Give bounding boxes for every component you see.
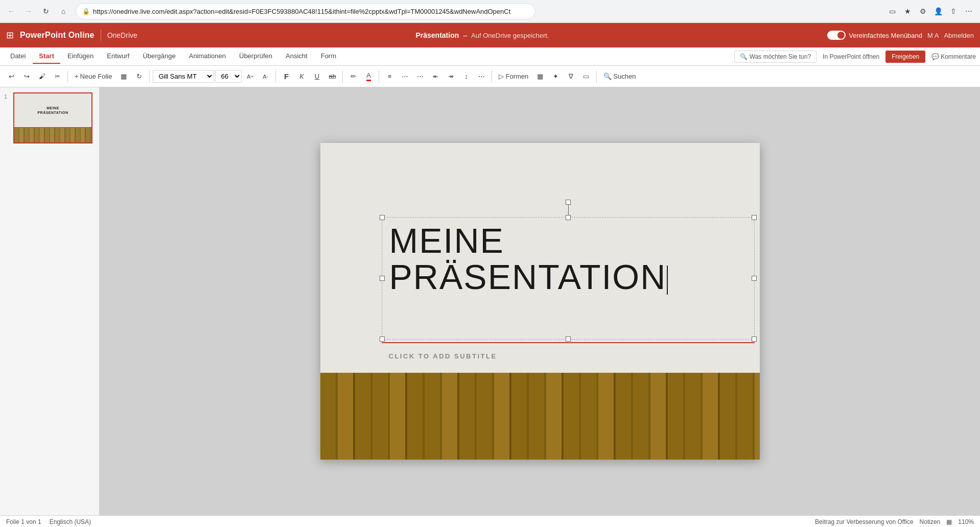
handle-br[interactable] [752,337,757,342]
font-family-select[interactable]: Gill Sans MT [153,70,214,83]
notes-button[interactable]: Notizen [920,518,941,525]
search-button[interactable]: 🔍 Suchen [600,70,639,83]
ribbon-search[interactable]: 🔍 Was möchten Sie tun? [734,51,816,63]
tab-datei[interactable]: Datei [4,49,32,64]
browser-actions: ▭ ★ ⚙ 👤 ⇧ ⋯ [885,4,976,18]
status-right: Beitrag zur Verbesserung von Office Noti… [815,518,974,525]
more-options-button[interactable]: ⋯ [474,69,488,84]
title-separator: – [463,31,467,39]
toggle-switch[interactable] [827,31,846,40]
font-color-button[interactable]: A [361,69,376,84]
format-painter-button[interactable]: 🖌 [35,69,49,84]
slide-thumbnail[interactable]: MEINE PRÄSENTATION [13,92,92,143]
slide-workspace[interactable]: MEINE PRÄSENTATION CLICK TO ADD SUBTITLE [100,87,980,515]
decrease-font-button[interactable]: A- [258,69,272,84]
ribbon-tabs-bar: Datei Start Einfügen Entwurf Übergänge A… [0,47,980,66]
simplified-menu-toggle[interactable]: Vereinfachtes Menüband [827,31,922,40]
shapes-button[interactable]: ▷ Formen [495,70,532,83]
reload-button[interactable]: ↻ [39,4,53,18]
cut-button[interactable]: ✂ [50,69,64,84]
toolbar-sep-3 [275,70,276,83]
share-button[interactable]: Freigeben [885,51,925,63]
subtitle-placeholder[interactable]: CLICK TO ADD SUBTITLE [382,345,755,367]
effects-button[interactable]: ✦ [548,69,563,84]
view-toggle-icon[interactable]: ▦ [946,518,952,525]
strikethrough-button[interactable]: ab [325,69,339,84]
tab-uebergaenge[interactable]: Übergänge [136,49,181,64]
new-slide-button[interactable]: + Neue Folie [71,70,115,83]
cast-button[interactable]: ▭ [885,4,899,18]
handle-bl[interactable] [380,337,385,342]
onedrive-link[interactable]: OneDrive [107,31,137,39]
browser-toolbar: ← → ↻ ⌂ 🔒 https://onedrive.live.com/edit… [0,0,980,22]
tab-entwurf[interactable]: Entwurf [101,49,135,64]
handle-bc[interactable] [566,337,571,342]
toolbar-sep-7 [596,70,597,83]
more-button[interactable]: ⋯ [962,4,976,18]
back-button[interactable]: ← [4,4,18,18]
search-icon: 🔍 [740,53,748,60]
feedback-link[interactable]: Beitrag zur Verbesserung von Office [815,518,914,525]
waffle-icon[interactable]: ⊞ [6,30,14,41]
tab-form[interactable]: Form [315,49,342,64]
user-initials[interactable]: M A [927,32,939,39]
user-profile-button[interactable]: 👤 [931,4,945,18]
slide-thumb-floor [14,128,91,142]
toolbar-sep-4 [342,70,343,83]
increase-font-button[interactable]: A+ [243,69,257,84]
extensions-button[interactable]: ⚙ [916,4,930,18]
search-label: Was möchten Sie tun? [750,53,811,60]
zoom-level: 110% [958,518,974,525]
decrease-indent-button[interactable]: ↞ [428,69,442,84]
address-bar[interactable]: 🔒 https://onedrive.live.com/edit.aspx?ac… [76,3,535,19]
ribbon-right-actions: 🔍 Was möchten Sie tun? In PowerPoint öff… [734,51,976,63]
slide-red-line [382,342,755,343]
forward-button[interactable]: → [21,4,36,18]
arrange-button[interactable]: ∇ [564,69,578,84]
main-area: 1 MEINE PRÄSENTATION [0,87,980,515]
share-button[interactable]: ⇧ [946,4,961,18]
slide-floor [320,373,760,460]
increase-indent-button[interactable]: ↠ [444,69,458,84]
new-slide-label: Neue Folie [80,73,112,80]
filename[interactable]: Präsentation [415,31,459,39]
status-bar: Folie 1 von 1 Englisch (USA) Beitrag zur… [0,515,980,527]
bullets-button[interactable]: ≡ [382,69,396,84]
shapes-label: Formen [505,73,528,80]
address-text: https://onedrive.live.com/edit.aspx?acti… [93,8,529,15]
fill-button[interactable]: ▦ [533,69,547,84]
align-button[interactable]: ⋯ [413,69,427,84]
bold-button[interactable]: F [279,69,293,84]
text-cursor [667,266,668,295]
slide-title-text[interactable]: MEINE PRÄSENTATION [382,218,754,301]
slide-info: Folie 1 von 1 [6,518,41,525]
comments-button[interactable]: 💬 Kommentare [931,53,976,60]
arrange2-button[interactable]: ▭ [579,69,593,84]
app-name: PowerPoint Online [20,31,95,40]
shapes-icon: ▷ [499,73,504,80]
font-size-select[interactable]: 66 [215,70,242,83]
home-button[interactable]: ⌂ [56,4,71,18]
layout-button[interactable]: ▦ [116,69,131,84]
tab-ueberpruefen[interactable]: Überprüfen [233,49,278,64]
undo-button[interactable]: ↩ [4,69,18,84]
open-in-ppt-button[interactable]: In PowerPoint öffnen [823,53,879,60]
tab-animationen[interactable]: Animationen [183,49,232,64]
bookmark-button[interactable]: ★ [900,4,915,18]
signout-button[interactable]: Abmelden [944,32,974,39]
underline-button[interactable]: U [310,69,324,84]
line-spacing-button[interactable]: ↕ [459,69,473,84]
tab-einfuegen[interactable]: Einfügen [61,49,100,64]
highlight-color-button[interactable]: ✏ [346,69,360,84]
numbered-list-button[interactable]: ⋯ [398,69,412,84]
title-line2: PRÄSENTATION [389,259,747,295]
tab-ansicht[interactable]: Ansicht [279,49,314,64]
rotation-handle[interactable] [566,200,571,205]
slide-canvas[interactable]: MEINE PRÄSENTATION CLICK TO ADD SUBTITLE [320,143,760,460]
tab-start[interactable]: Start [33,49,60,64]
reset-button[interactable]: ↻ [132,69,146,84]
redo-button[interactable]: ↪ [19,69,34,84]
italic-button[interactable]: K [294,69,309,84]
search-label: Suchen [613,73,636,80]
title-textbox[interactable]: MEINE PRÄSENTATION [382,217,755,340]
